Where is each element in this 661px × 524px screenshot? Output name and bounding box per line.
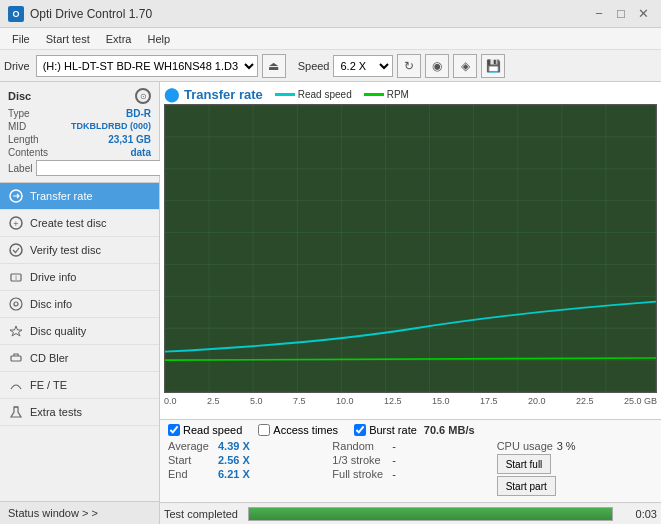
create-test-disc-icon: + [8,215,24,231]
eject-button[interactable]: ⏏ [262,54,286,78]
nav-disc-info-label: Disc info [30,298,72,310]
nav-drive-info[interactable]: i Drive info [0,264,159,291]
label-input[interactable] [36,160,165,176]
status-text: Test completed [164,508,244,520]
refresh-button[interactable]: ↻ [397,54,421,78]
menu-extra[interactable]: Extra [98,31,140,47]
nav-verify-test-disc[interactable]: Verify test disc [0,237,159,264]
chart-title-text: Transfer rate [184,87,263,102]
contents-value: data [130,147,151,158]
progress-bar-fill [249,508,612,520]
stroke-1-3-label: 1/3 stroke [332,454,392,466]
transfer-rate-chart: 18X 16X 14X 12X 10X 8X 6X 4X 2X 0.0 [164,104,657,393]
legend-read-speed: Read speed [275,89,352,100]
nav-create-test-disc[interactable]: + Create test disc [0,210,159,237]
svg-point-6 [10,298,22,310]
stats-col-2: Random - 1/3 stroke - Full stroke - [332,440,488,498]
x-label-25: 2.5 [207,396,220,406]
save-button[interactable]: 💾 [481,54,505,78]
disc-icon: ⊙ [135,88,151,104]
transfer-rate-icon [8,188,24,204]
menu-file[interactable]: File [4,31,38,47]
nav-fe-te[interactable]: FE / TE [0,372,159,399]
nav-disc-quality[interactable]: Disc quality [0,318,159,345]
nav-disc-info[interactable]: Disc info [0,291,159,318]
end-value: 6.21 X [218,468,258,480]
stat-average: Average 4.39 X [168,440,324,452]
read-speed-checkbox[interactable] [168,424,180,436]
mid-label: MID [8,121,26,132]
nav-extra-tests[interactable]: Extra tests [0,399,159,426]
contents-label: Contents [8,147,48,158]
status-window-button[interactable]: Status window > > [0,501,159,524]
svg-text:i: i [15,274,17,281]
nav-drive-info-label: Drive info [30,271,76,283]
nav-transfer-rate[interactable]: Transfer rate [0,183,159,210]
toolbar-btn1[interactable]: ◉ [425,54,449,78]
svg-rect-8 [11,356,21,361]
nav-cd-bler-label: CD Bler [30,352,69,364]
stat-random: Random - [332,440,488,452]
chart-container: ⬤ Transfer rate Read speed RPM [160,82,661,419]
maximize-button[interactable]: □ [611,4,631,24]
stat-stroke-1-3: 1/3 stroke - [332,454,488,466]
svg-text:+: + [13,219,18,229]
stat-start-part-row: Start part [497,476,653,496]
read-speed-checkbox-item: Read speed [168,424,242,436]
stat-start: Start 2.56 X [168,454,324,466]
x-label-0: 0.0 [164,396,177,406]
average-label: Average [168,440,218,452]
svg-point-3 [10,244,22,256]
legend-rpm: RPM [364,89,409,100]
disc-quality-icon [8,323,24,339]
stats-rows: Average 4.39 X Start 2.56 X End 6.21 X [168,440,653,498]
checkboxes-row: Read speed Access times Burst rate 70.6 … [168,424,653,436]
x-label-150: 15.0 [432,396,450,406]
minimize-button[interactable]: − [589,4,609,24]
cpu-usage-label: CPU usage [497,440,557,452]
disc-section-title: Disc [8,90,31,102]
stroke-1-3-value: - [392,454,412,466]
cd-bler-icon [8,350,24,366]
type-label: Type [8,108,30,119]
disc-info-icon [8,296,24,312]
menu-help[interactable]: Help [139,31,178,47]
legend-rpm-color [364,93,384,96]
legend-read-speed-label: Read speed [298,89,352,100]
nav-items: Transfer rate + Create test disc Verify … [0,183,159,501]
nav-cd-bler[interactable]: CD Bler [0,345,159,372]
toolbar-btn2[interactable]: ◈ [453,54,477,78]
menu-bar: File Start test Extra Help [0,28,661,50]
main-layout: Disc ⊙ Type BD-R MID TDKBLDRBD (000) Len… [0,82,661,524]
nav-transfer-rate-label: Transfer rate [30,190,93,202]
close-button[interactable]: ✕ [633,4,653,24]
burst-rate-checkbox[interactable] [354,424,366,436]
status-window-label: Status window > > [8,507,98,519]
drive-select[interactable]: (H:) HL-DT-ST BD-RE WH16NS48 1.D3 [36,55,258,77]
random-label: Random [332,440,392,452]
read-speed-checkbox-label: Read speed [183,424,242,436]
x-label-75: 7.5 [293,396,306,406]
nav-extra-tests-label: Extra tests [30,406,82,418]
svg-point-7 [14,302,18,306]
stat-full-stroke: Full stroke - [332,468,488,480]
start-part-button[interactable]: Start part [497,476,556,496]
full-stroke-value: - [392,468,412,480]
x-label-225: 22.5 [576,396,594,406]
cpu-usage-value: 3 % [557,440,577,452]
app-title: Opti Drive Control 1.70 [30,7,587,21]
legend-rpm-label: RPM [387,89,409,100]
speed-select[interactable]: 6.2 X [333,55,393,77]
start-full-button[interactable]: Start full [497,454,552,474]
nav-create-test-disc-label: Create test disc [30,217,106,229]
nav-disc-quality-label: Disc quality [30,325,86,337]
toolbar: Drive (H:) HL-DT-ST BD-RE WH16NS48 1.D3 … [0,50,661,82]
menu-start-test[interactable]: Start test [38,31,98,47]
drive-label: Drive [4,60,30,72]
speed-label: Speed [298,60,330,72]
access-times-checkbox[interactable] [258,424,270,436]
content-area: ⬤ Transfer rate Read speed RPM [160,82,661,524]
random-value: - [392,440,412,452]
stats-col-1: Average 4.39 X Start 2.56 X End 6.21 X [168,440,324,498]
stats-col-3: CPU usage 3 % Start full Start part [497,440,653,498]
